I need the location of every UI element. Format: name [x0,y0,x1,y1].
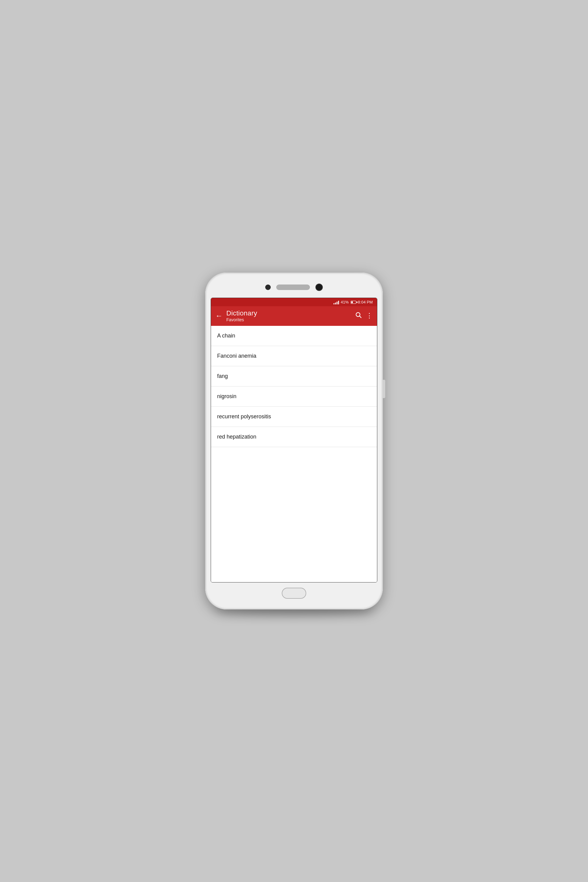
list-item[interactable]: A chain [211,326,377,346]
camera-dot [265,285,271,290]
phone-screen: 41% 8:04 PM ← Dictionary Favorites ⋮ [211,298,377,582]
battery-icon [351,301,356,304]
power-button[interactable] [383,380,385,398]
phone-bottom [211,582,377,604]
phone-device: 41% 8:04 PM ← Dictionary Favorites ⋮ [205,273,383,609]
signal-icon [333,300,339,304]
phone-top-bar [211,278,377,297]
status-time: 8:04 PM [358,300,373,304]
list-item[interactable]: Fanconi anemia [211,346,377,366]
list-item[interactable]: fang [211,366,377,387]
app-bar-actions: ⋮ [355,312,373,320]
list-item[interactable]: nigrosin [211,387,377,407]
home-button[interactable] [282,588,306,599]
front-camera [315,284,323,291]
back-button[interactable]: ← [215,312,223,320]
battery-percent: 41% [341,300,349,304]
svg-line-1 [360,316,361,318]
app-bar-title-area: Dictionary Favorites [226,309,355,322]
app-bar: ← Dictionary Favorites ⋮ [211,306,377,326]
status-bar: 41% 8:04 PM [211,298,377,306]
search-icon[interactable] [355,312,362,320]
favorites-list: A chain Fanconi anemia fang nigrosin rec… [211,326,377,582]
speaker-slot [276,285,310,290]
list-item[interactable]: recurrent polyserositis [211,407,377,427]
app-subtitle: Favorites [226,317,355,322]
app-title: Dictionary [226,309,355,317]
list-item[interactable]: red hepatization [211,427,377,447]
more-options-icon[interactable]: ⋮ [366,312,373,320]
